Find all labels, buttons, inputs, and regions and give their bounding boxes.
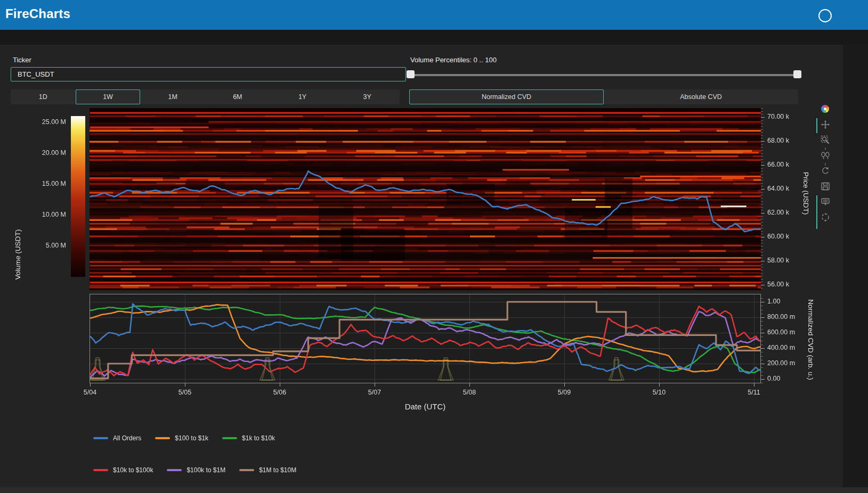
modebar-separator [825, 147, 826, 150]
legend-item--10k-to-100k[interactable]: $10k to $100k [93, 466, 153, 474]
legend-label: $100k to $1M [186, 466, 225, 474]
lasso-select-icon[interactable] [821, 151, 830, 160]
volume-axis-title: Volume (USDT) [14, 229, 22, 280]
date-tick-label: 5/07 [361, 389, 388, 396]
cvd-axis-title: Normalized CVD (arb. u.) [807, 299, 815, 380]
legend-label: All Orders [113, 434, 141, 442]
price-tick-label: 68.00 k [767, 137, 789, 144]
legend-item--100k-to-1m[interactable]: $100k to $1M [167, 466, 225, 474]
reset-axes-icon[interactable] [821, 166, 830, 176]
volume-tick-label: 15.00 M [21, 180, 66, 187]
save-icon[interactable] [821, 182, 830, 191]
legend-label: $100 to $1k [175, 434, 208, 442]
cvd-tick-label: 400.00 m [767, 344, 795, 351]
legend-item--100-to-1k[interactable]: $100 to $1k [155, 434, 208, 442]
volume-tick-label: 10.00 M [21, 211, 66, 218]
date-tick-label: 5/10 [646, 389, 672, 396]
price-tick-label: 58.00 k [767, 257, 789, 264]
modebar-active-bar-pan [816, 118, 817, 133]
price-tick-label: 66.00 k [767, 161, 789, 168]
price-axis-title: Price (USDT) [802, 172, 810, 215]
legend-swatch [93, 469, 108, 471]
pan-icon[interactable] [821, 120, 830, 129]
chart-canvas[interactable] [0, 0, 868, 493]
toggle-spikelines-icon[interactable] [821, 212, 830, 222]
cvd-tick-label: 1.00 [767, 298, 780, 305]
legend-swatch [155, 437, 170, 439]
volume-colorbar [71, 116, 85, 277]
date-tick-label: 5/04 [77, 389, 103, 396]
cvd-tick-label: 800.00 m [767, 313, 795, 321]
date-axis-title: Date (UTC) [405, 402, 446, 411]
legend-swatch [239, 469, 254, 471]
legend-swatch [93, 437, 108, 439]
price-tick-label: 62.00 k [767, 209, 789, 216]
price-tick-label: 70.00 k [767, 113, 789, 120]
legend-row-2: $10k to $100k$100k to $1M$1M to $10M [93, 466, 296, 474]
box-zoom-icon[interactable] [821, 135, 830, 145]
legend-item-all-orders[interactable]: All Orders [93, 434, 141, 442]
volume-tick-label: 5.00 M [21, 242, 66, 249]
modebar-active-bar-hover [816, 195, 817, 229]
legend-item--1k-to-10k[interactable]: $1k to $10k [222, 434, 275, 442]
price-tick-label: 64.00 k [767, 185, 789, 192]
plotly-logo-icon[interactable] [821, 105, 829, 113]
legend-row-1: All Orders$100 to $1k$1k to $10k [93, 434, 275, 442]
cvd-tick-label: 600.00 m [767, 328, 795, 336]
price-tick-label: 60.00 k [767, 233, 789, 240]
date-tick-label: 5/11 [741, 389, 767, 396]
plotly-modebar [821, 104, 830, 228]
date-tick-label: 5/09 [551, 389, 578, 396]
legend-swatch [222, 437, 237, 439]
volume-tick-label: 25.00 M [21, 118, 66, 126]
modebar-separator [825, 163, 826, 166]
legend-label: $10k to $100k [113, 466, 153, 474]
legend-item--1m-to-10m[interactable]: $1M to $10M [239, 466, 296, 474]
cvd-tick-label: 0.00 [767, 375, 780, 382]
date-tick-label: 5/05 [172, 389, 198, 396]
hover-closest-icon[interactable] [821, 197, 830, 207]
legend-label: $1k to $10k [242, 434, 275, 442]
date-tick-label: 5/06 [266, 389, 293, 396]
volume-tick-label: 20.00 M [21, 149, 66, 157]
cvd-tick-label: 200.00 m [767, 359, 795, 367]
legend-label: $1M to $10M [259, 466, 296, 474]
date-tick-label: 5/08 [456, 389, 483, 396]
price-tick-label: 56.00 k [767, 281, 789, 288]
legend-swatch [167, 469, 182, 471]
